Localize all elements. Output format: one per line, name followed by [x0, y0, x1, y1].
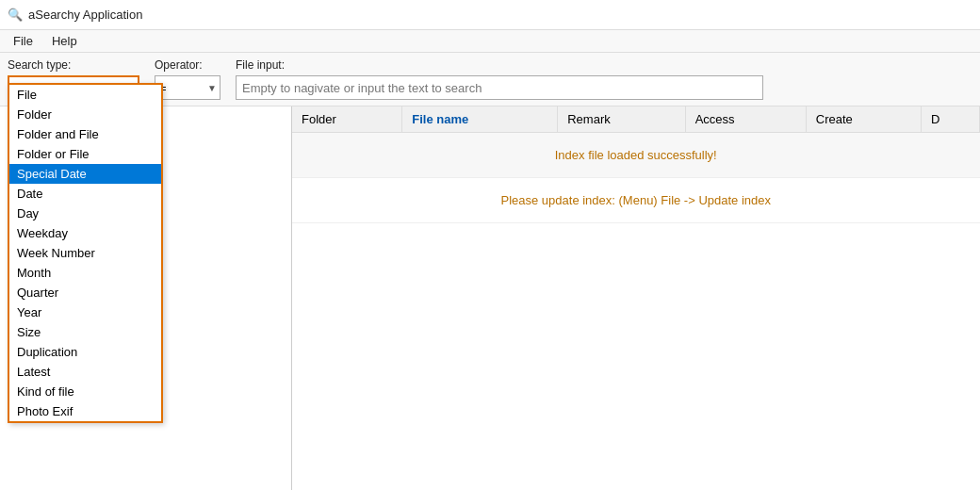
table-row: Please update index: (Menu) File -> Upda…	[292, 178, 980, 223]
dropdown-item-file[interactable]: File	[9, 85, 161, 105]
table-row: Index file loaded successfully!	[292, 133, 980, 178]
title-bar: 🔍 aSearchy Application	[0, 0, 980, 30]
dropdown-item-day[interactable]: Day	[9, 204, 161, 223]
right-panel: Folder File name Remark Access Create D …	[292, 106, 980, 490]
table-header-row: Folder File name Remark Access Create D	[292, 106, 980, 133]
operator-select[interactable]: =	[155, 75, 220, 100]
dropdown-item-kind-of-file[interactable]: Kind of file	[9, 382, 161, 401]
search-type-dropdown: FileFolderFolder and FileFolder or FileS…	[8, 83, 163, 423]
dropdown-item-date[interactable]: Date	[9, 184, 161, 204]
dropdown-item-folder-and-file[interactable]: Folder and File	[9, 124, 161, 144]
dropdown-item-quarter[interactable]: Quarter	[9, 283, 161, 302]
app-title: aSearchy Application	[28, 8, 142, 22]
dropdown-item-year[interactable]: Year	[9, 302, 161, 322]
col-folder: Folder	[292, 106, 402, 133]
dropdown-item-week-number[interactable]: Week Number	[9, 243, 161, 263]
operator-group: Operator: = ▼	[155, 58, 220, 100]
dropdown-item-folder[interactable]: Folder	[9, 105, 161, 124]
col-access: Access	[685, 106, 806, 133]
dropdown-item-weekday[interactable]: Weekday	[9, 223, 161, 243]
col-create: Create	[806, 106, 921, 133]
file-input[interactable]	[236, 75, 763, 100]
menu-help[interactable]: Help	[42, 32, 87, 50]
dropdown-item-special-date[interactable]: Special Date	[9, 164, 161, 184]
file-input-label: File input:	[236, 58, 763, 72]
col-d: D	[922, 106, 980, 133]
operator-label: Operator:	[155, 58, 220, 72]
operator-wrapper: = ▼	[155, 75, 220, 100]
dropdown-item-folder-or-file[interactable]: Folder or File	[9, 144, 161, 164]
dropdown-item-month[interactable]: Month	[9, 263, 161, 283]
app-icon: 🔍	[8, 8, 23, 23]
dropdown-item-size[interactable]: Size	[9, 322, 161, 342]
col-filename: File name	[402, 106, 558, 133]
menu-bar: File Help	[0, 30, 980, 53]
dropdown-item-latest[interactable]: Latest	[9, 362, 161, 382]
search-type-label: Search type:	[8, 58, 139, 72]
dropdown-item-duplication[interactable]: Duplication	[9, 342, 161, 362]
menu-file[interactable]: File	[4, 32, 42, 50]
file-input-group: File input:	[236, 58, 763, 100]
status-info-msg: Please update index: (Menu) File -> Upda…	[500, 193, 771, 207]
status-success-msg: Index file loaded successfully!	[555, 148, 717, 162]
col-remark: Remark	[558, 106, 685, 133]
dropdown-item-photo-exif[interactable]: Photo Exif	[9, 401, 161, 421]
result-table: Folder File name Remark Access Create D …	[292, 106, 980, 223]
